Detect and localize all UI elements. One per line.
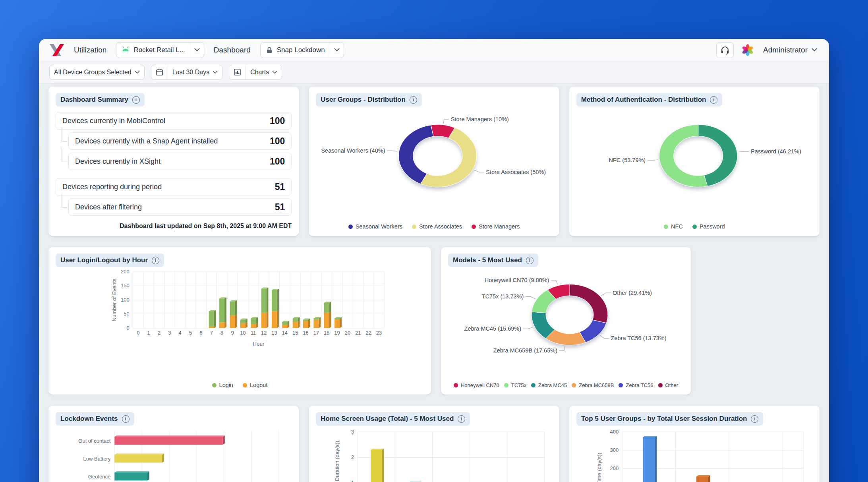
svg-text:Zebra MC45 (15.69%): Zebra MC45 (15.69%)	[464, 325, 521, 332]
svg-text:1: 1	[351, 480, 354, 482]
card-title: Dashboard Summary	[60, 96, 128, 104]
chart-area: Out of contactLow BatteryGeofence	[56, 428, 292, 482]
svg-text:50: 50	[124, 311, 129, 317]
legend-label: Password	[700, 223, 725, 230]
svg-text:18: 18	[324, 330, 329, 336]
svg-text:2: 2	[158, 330, 160, 336]
legend-label: Store Associates	[419, 223, 462, 230]
card-homescreen-usage: Home Screen Usage (Total) - 5 Most Used …	[309, 406, 559, 482]
summary-list: Devices currently in MobiControl100Devic…	[56, 112, 292, 216]
summary-row: Devices currently with a Snap Agent inst…	[68, 132, 292, 150]
card-auth-distribution: Method of Authentication - Distribution …	[569, 87, 820, 236]
summary-row-label: Devices currently with a Snap Agent inst…	[75, 137, 218, 145]
info-icon[interactable]: i	[526, 257, 534, 264]
svg-text:Other (29.41%): Other (29.41%)	[613, 290, 652, 296]
svg-text:22: 22	[365, 330, 371, 336]
legend-label: Login	[219, 382, 233, 388]
device-groups-filter[interactable]: All Device Groups Selected	[49, 65, 145, 80]
top5-bar-chart: 0100200300400Time (day(s))	[576, 428, 812, 482]
date-range-filter-value: Last 30 Days	[172, 69, 209, 76]
svg-text:Password (46.21%): Password (46.21%)	[751, 148, 801, 155]
chart-legend: LoginLogout	[56, 379, 424, 388]
svg-text:7: 7	[210, 330, 213, 336]
calendar-icon	[156, 68, 163, 76]
svg-text:Honeywell CN70 (9.80%): Honeywell CN70 (9.80%)	[485, 277, 549, 283]
card-login-logout: User Login/Logout by Hour i 050100150200…	[48, 247, 431, 395]
svg-text:Store Associates (50%): Store Associates (50%)	[486, 169, 546, 175]
card-title: Models - 5 Most Used	[453, 256, 522, 264]
android-icon	[121, 46, 130, 54]
legend-dot	[212, 383, 217, 387]
svg-text:100: 100	[121, 297, 130, 303]
chevron-down-icon	[213, 71, 218, 74]
legend-item: Zebra MC659B	[572, 382, 614, 388]
svg-text:5: 5	[189, 330, 192, 336]
lockdown-profile-value: Snap Lockdown	[277, 46, 325, 54]
info-icon[interactable]: i	[751, 415, 758, 423]
card-title-badge: Home Screen Usage (Total) - 5 Most Used …	[316, 412, 470, 426]
lockdown-profile-selector[interactable]: Snap Lockdown	[260, 42, 344, 58]
chart-view-filter[interactable]: Charts	[229, 65, 282, 80]
svg-text:15: 15	[292, 330, 298, 336]
svg-text:6: 6	[199, 330, 202, 336]
legend-label: Seasonal Workers	[356, 223, 402, 230]
info-icon[interactable]: i	[458, 415, 465, 423]
card-title: User Groups - Distribution	[321, 96, 405, 104]
support-button[interactable]	[716, 42, 734, 58]
svg-text:TC75x (13.73%): TC75x (13.73%)	[482, 293, 524, 300]
date-range-filter[interactable]: Last 30 Days	[151, 65, 222, 80]
tenant-selector[interactable]: Rocket Retail L...	[116, 42, 204, 58]
app-window: Utilization Rocket Retail L...	[39, 39, 829, 482]
apps-button[interactable]	[739, 42, 756, 58]
summary-row-value: 51	[275, 202, 285, 213]
models-donut-chart: Other (29.41%)Zebra TC56 (13.73%)Zebra M…	[448, 269, 684, 362]
svg-text:21: 21	[355, 330, 361, 336]
chart-legend: Seasonal WorkersStore AssociatesStore Ma…	[316, 221, 552, 230]
card-title-badge: Method of Authentication - Distribution …	[576, 93, 723, 106]
legend-label: Zebra MC45	[538, 382, 567, 388]
card-title: Lockdown Events	[60, 415, 118, 423]
svg-text:4: 4	[179, 330, 182, 336]
legend-label: Zebra TC56	[626, 382, 653, 388]
svg-text:Hour: Hour	[253, 341, 265, 347]
bar-chart-icon	[234, 68, 241, 76]
legend-item: Zebra TC56	[619, 382, 653, 388]
svg-text:150: 150	[121, 283, 130, 288]
svg-text:1: 1	[147, 330, 150, 336]
lockdown-bar-chart: Out of contactLow BatteryGeofence	[56, 428, 292, 482]
dashboard-row-3: Lockdown Events i Out of contactLow Batt…	[48, 406, 820, 482]
card-title-badge: User Login/Logout by Hour i	[56, 254, 164, 267]
legend-dot	[619, 383, 623, 387]
svg-text:Zebra MC659B (17.65%): Zebra MC659B (17.65%)	[493, 347, 557, 354]
svg-text:14: 14	[282, 330, 288, 336]
info-icon[interactable]: i	[122, 415, 130, 423]
svg-text:0: 0	[137, 330, 139, 336]
summary-row-label: Devices currently in XSight	[75, 157, 160, 166]
chart-area: Store Managers (10%)Store Associates (50…	[316, 109, 552, 230]
legend-label: TC75x	[511, 382, 526, 388]
card-title-badge: Top 5 User Groups - by Total User Sessio…	[576, 412, 764, 426]
info-icon[interactable]: i	[132, 96, 140, 104]
svg-text:Out of contact: Out of contact	[78, 438, 110, 444]
dashboard-row-1: Dashboard Summary i Devices currently in…	[48, 87, 820, 236]
svg-text:20: 20	[345, 330, 350, 336]
legend-label: Other	[665, 382, 679, 388]
chart-area: Other (29.41%)Zebra TC56 (13.73%)Zebra M…	[448, 269, 684, 388]
legend-dot	[454, 383, 458, 387]
info-icon[interactable]: i	[152, 257, 159, 264]
svg-text:Time (day(s)): Time (day(s))	[596, 453, 602, 482]
legend-item: Logout	[243, 382, 267, 388]
legend-dot	[412, 225, 416, 229]
user-menu[interactable]: Administrator	[762, 46, 819, 54]
info-icon[interactable]: i	[710, 96, 717, 104]
info-icon[interactable]: i	[410, 96, 417, 104]
tenant-selector-value: Rocket Retail L...	[133, 46, 185, 54]
summary-row-label: Devices currently in MobiControl	[62, 117, 165, 125]
apps-pinwheel-icon	[741, 44, 754, 56]
svg-text:Geofence: Geofence	[88, 474, 110, 480]
svg-text:200: 200	[610, 465, 619, 471]
legend-label: Store Managers	[479, 223, 520, 230]
chart-view-filter-value: Charts	[250, 69, 269, 76]
svg-text:13: 13	[271, 330, 277, 336]
svg-text:16: 16	[303, 330, 308, 336]
